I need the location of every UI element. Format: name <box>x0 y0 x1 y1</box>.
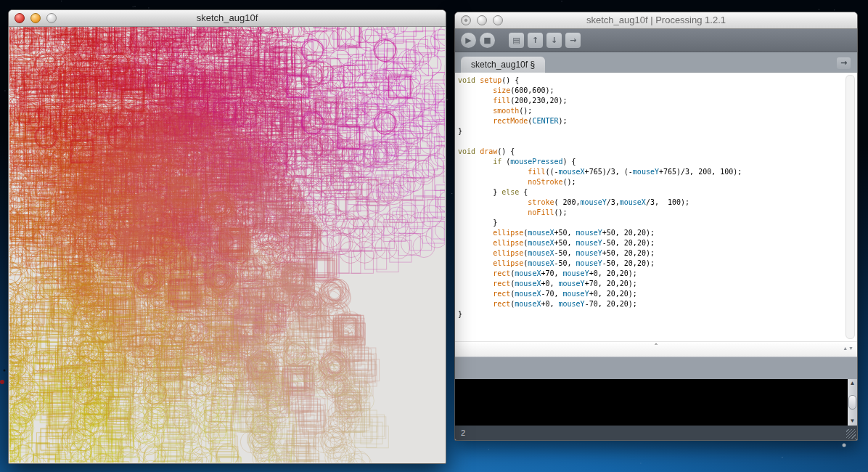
code-line: } <box>458 309 857 320</box>
code-line: void setup() { <box>458 76 857 86</box>
console-scrollbar[interactable]: ▲ ▼ <box>848 379 857 426</box>
traffic-lights <box>15 13 57 23</box>
traffic-lights <box>461 15 503 25</box>
tab-sketch-aug10f[interactable]: sketch_aug10f § <box>461 57 545 73</box>
code-line: ellipse(mouseX-50, mouseY+50, 20,20); <box>458 248 857 259</box>
line-number-indicator: 2 <box>455 428 465 437</box>
code-line: rect(mouseX+0, mouseY+70, 20,20); <box>458 279 857 289</box>
tab-menu-button[interactable]: → <box>837 57 851 69</box>
code-line: size(600,600); <box>458 86 857 96</box>
code-line: stroke( 200,mouseY/3,mouseX/3, 100); <box>458 198 857 208</box>
code-line: fill((-mouseX+765)/3, (-mouseY+765)/3, 2… <box>458 167 857 177</box>
editor-bottom-strip: ˆ ▲▼ <box>455 341 857 357</box>
scrollbar-thumb[interactable] <box>848 395 856 410</box>
code-line: void draw() { <box>458 147 857 157</box>
scroll-arrows-icon[interactable]: ▲▼ <box>843 346 854 351</box>
code-line: ellipse(mouseX-50, mouseY-50, 20,20); <box>458 259 857 269</box>
save-button[interactable]: ↓ <box>546 33 562 48</box>
code-line: rect(mouseX+0, mouseY-70, 20,20); <box>458 299 857 309</box>
code-line: rect(mouseX-70, mouseY+0, 20,20); <box>458 289 857 299</box>
zoom-button[interactable] <box>46 13 57 23</box>
scroll-down-icon[interactable]: ▼ <box>850 418 856 424</box>
code-line: } else { <box>458 187 857 198</box>
code-line: ellipse(mouseX+50, mouseY-50, 20,20); <box>458 238 857 248</box>
zoom-button[interactable] <box>493 15 503 25</box>
new-button[interactable]: ▤ <box>509 33 524 48</box>
ide-window-titlebar[interactable]: sketch_aug10f | Processing 1.2.1 <box>455 12 857 29</box>
console-output: ▲ ▼ <box>455 379 857 426</box>
code-line: smooth(); <box>458 106 857 116</box>
code-line: noFill(); <box>458 208 857 218</box>
code-line <box>458 137 857 147</box>
sketch-window-title: sketch_aug10f <box>197 12 258 23</box>
code-line: rect(mouseX+70, mouseY+0, 20,20); <box>458 269 857 279</box>
sketch-canvas[interactable] <box>9 27 445 463</box>
sketch-output-window: sketch_aug10f <box>8 9 446 464</box>
processing-ide-window: sketch_aug10f | Processing 1.2.1 ▶■▤↑↓→ … <box>454 12 858 441</box>
export-button[interactable]: → <box>565 33 581 48</box>
run-button[interactable]: ▶ <box>461 33 476 48</box>
code-line: } <box>458 218 857 228</box>
code-line: noStroke(); <box>458 177 857 187</box>
minimize-button[interactable] <box>477 15 487 25</box>
code-line: fill(200,230,20); <box>458 96 857 106</box>
editor-vertical-scrollbar[interactable] <box>846 75 855 339</box>
ide-window-title: sketch_aug10f | Processing 1.2.1 <box>586 15 726 25</box>
message-bar <box>455 357 857 379</box>
divider-caret-icon[interactable]: ˆ <box>654 343 658 353</box>
code-line: } <box>458 126 857 137</box>
tab-label: sketch_aug10f § <box>471 60 535 70</box>
open-button[interactable]: ↑ <box>528 33 543 48</box>
code-editor-area[interactable]: void setup() { size(600,600); fill(200,2… <box>455 73 857 341</box>
right-arrow-icon: → <box>840 58 847 68</box>
status-bar: 2 <box>455 426 857 440</box>
code-editor[interactable]: void setup() { size(600,600); fill(200,2… <box>455 73 857 320</box>
ide-toolbar: ▶■▤↑↓→ <box>455 29 857 52</box>
scroll-up-icon[interactable]: ▲ <box>850 381 856 386</box>
resize-grip[interactable] <box>846 429 856 439</box>
close-button[interactable] <box>461 15 471 25</box>
sketch-window-titlebar[interactable]: sketch_aug10f <box>9 10 446 27</box>
tab-bar: sketch_aug10f § → <box>455 52 857 73</box>
code-line: ellipse(mouseX+50, mouseY+50, 20,20); <box>458 228 857 238</box>
stop-button[interactable]: ■ <box>480 33 495 48</box>
code-line: if (mousePressed) { <box>458 157 857 167</box>
minimize-button[interactable] <box>30 13 41 23</box>
close-button[interactable] <box>15 13 25 23</box>
code-line: rectMode(CENTER); <box>458 116 857 126</box>
